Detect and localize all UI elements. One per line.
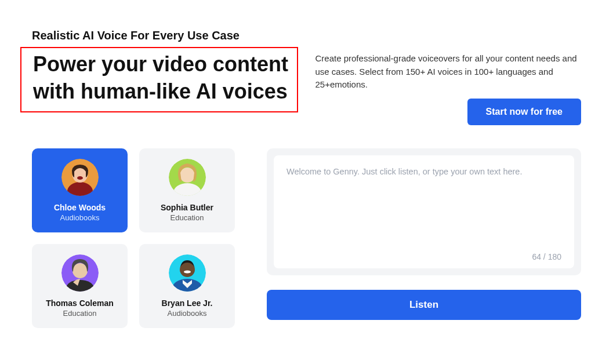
main-headline: Power your video content with human-like… bbox=[33, 51, 291, 105]
main-section: Chloe Woods Audiobooks Sophia Butler Edu… bbox=[32, 148, 581, 328]
voice-card-sophia-butler[interactable]: Sophia Butler Education bbox=[139, 148, 235, 232]
input-panel: Welcome to Genny. Just click listen, or … bbox=[267, 148, 581, 328]
voice-category: Audiobooks bbox=[60, 213, 100, 222]
voice-name: Chloe Woods bbox=[54, 203, 106, 212]
voice-name: Bryan Lee Jr. bbox=[162, 299, 213, 308]
headline-highlight-box: Power your video content with human-like… bbox=[20, 47, 298, 112]
voice-card-thomas-coleman[interactable]: Thomas Coleman Education bbox=[32, 244, 128, 328]
placeholder-text: Welcome to Genny. Just click listen, or … bbox=[286, 167, 561, 252]
character-count: 64 / 180 bbox=[532, 252, 561, 261]
voice-name: Thomas Coleman bbox=[46, 299, 114, 308]
voice-card-bryan-lee-jr[interactable]: Bryan Lee Jr. Audiobooks bbox=[139, 244, 235, 328]
avatar bbox=[169, 254, 206, 292]
voice-category: Education bbox=[171, 213, 204, 222]
svg-point-13 bbox=[184, 270, 191, 273]
voice-card-chloe-woods[interactable]: Chloe Woods Audiobooks bbox=[32, 148, 128, 232]
voice-name: Sophia Butler bbox=[161, 203, 213, 212]
avatar bbox=[61, 254, 99, 292]
description-text: Create professional-grade voiceovers for… bbox=[315, 52, 582, 92]
avatar bbox=[169, 159, 206, 196]
voice-grid: Chloe Woods Audiobooks Sophia Butler Edu… bbox=[32, 148, 235, 328]
header-right: Create professional-grade voiceovers for… bbox=[315, 29, 582, 125]
listen-button[interactable]: Listen bbox=[267, 290, 581, 320]
header-section: Realistic AI Voice For Every Use Case Po… bbox=[32, 29, 581, 125]
text-input[interactable]: Welcome to Genny. Just click listen, or … bbox=[274, 155, 574, 268]
voice-category: Education bbox=[63, 309, 97, 318]
text-input-wrapper: Welcome to Genny. Just click listen, or … bbox=[267, 148, 581, 275]
svg-point-3 bbox=[77, 176, 83, 180]
start-now-button[interactable]: Start now for free bbox=[467, 99, 581, 125]
avatar bbox=[61, 159, 99, 196]
eyebrow-text: Realistic AI Voice For Every Use Case bbox=[32, 29, 298, 42]
header-left: Realistic AI Voice For Every Use Case Po… bbox=[32, 29, 298, 112]
voice-category: Audiobooks bbox=[168, 309, 207, 318]
svg-point-6 bbox=[180, 168, 195, 183]
